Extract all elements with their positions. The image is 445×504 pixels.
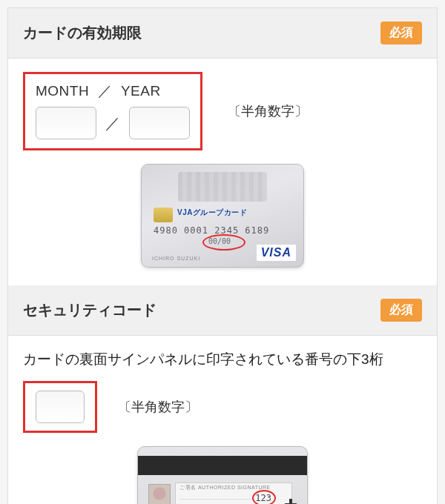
expiry-input-row: ／	[36, 107, 190, 139]
security-description: カードの裏面サインパネルに印字されている番号の下3桁	[23, 349, 422, 371]
expiry-highlight: MONTH ／ YEAR ／	[23, 72, 202, 150]
credit-card-back-icon: ご署名 AUTHORIZED SIGNATURE 123 PLUS	[137, 446, 308, 505]
expiry-section-body: MONTH ／ YEAR ／ 〔半角数字〕 VJAグループカード 4980 00…	[8, 59, 437, 285]
security-highlight	[23, 381, 97, 433]
security-hint: 〔半角数字〕	[118, 398, 198, 416]
credit-card-front-icon: VJAグループカード 4980 0001 2345 6189 00/00 ICH…	[141, 164, 304, 268]
security-section-header: セキュリティコード 必須	[8, 285, 437, 336]
year-label: YEAR	[121, 83, 161, 99]
visa-logo-icon: VISA	[257, 245, 296, 261]
magstripe-icon	[138, 456, 307, 475]
security-code-input[interactable]	[36, 391, 85, 423]
card-back-illustration: ご署名 AUTHORIZED SIGNATURE 123 PLUS	[23, 446, 422, 505]
expiry-section-header: カードの有効期限 必須	[8, 8, 437, 59]
security-section-body: カードの裏面サインパネルに印字されている番号の下3桁 〔半角数字〕 ご署名 AU…	[8, 336, 437, 504]
expiry-year-input[interactable]	[129, 107, 190, 139]
cardholder-photo-icon	[148, 484, 171, 505]
auth-signature-label: ご署名 AUTHORIZED SIGNATURE	[179, 484, 271, 491]
cvv-circle-highlight-icon	[252, 490, 276, 505]
card-front-illustration: VJAグループカード 4980 0001 2345 6189 00/00 ICH…	[23, 164, 422, 271]
chip-icon	[154, 208, 173, 222]
card-holder-sample: ICHIRO SUZUKI	[152, 256, 200, 261]
plus-network-logo-icon: PLUS	[282, 499, 300, 505]
input-separator: ／	[105, 113, 120, 133]
expiry-circle-highlight-icon	[202, 234, 245, 251]
card-number-sample: 4980 0001 2345 6189	[154, 225, 269, 236]
security-input-row: 〔半角数字〕	[23, 381, 422, 433]
payment-form: カードの有効期限 必須 MONTH ／ YEAR ／ 〔半角数字〕 VJAグルー…	[7, 7, 438, 504]
security-title: セキュリティコード	[23, 300, 156, 320]
card-brand-text: VJAグループカード	[177, 208, 247, 218]
label-separator: ／	[98, 83, 113, 99]
required-badge: 必須	[380, 299, 422, 322]
expiry-title: カードの有効期限	[23, 23, 142, 43]
expiry-month-input[interactable]	[36, 107, 96, 139]
required-badge: 必須	[380, 21, 422, 44]
expiry-hint: 〔半角数字〕	[228, 102, 308, 120]
month-label: MONTH	[36, 83, 89, 99]
expiry-labels: MONTH ／ YEAR	[36, 82, 190, 101]
